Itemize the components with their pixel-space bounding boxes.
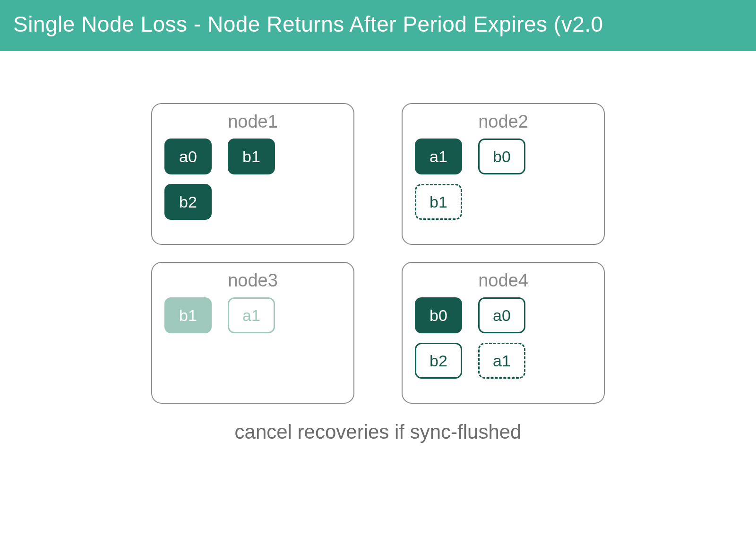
- shard-primary: a0: [164, 139, 212, 174]
- node-title: node1: [164, 112, 341, 132]
- diagram-stage: node1 a0 b1 b2 node2 a1 b0 b1 node3 b1: [0, 51, 756, 443]
- shard-row: b0 a0: [415, 297, 592, 333]
- shard-primary: b1: [228, 139, 275, 174]
- shard-row: b2 a1: [415, 343, 592, 379]
- node-title: node3: [164, 270, 341, 291]
- node-box-node2: node2 a1 b0 b1: [402, 103, 605, 245]
- shard-recovering: a1: [478, 343, 525, 379]
- node-box-node1: node1 a0 b1 b2: [151, 103, 354, 245]
- shard-row: b1: [415, 184, 592, 220]
- shard-stale-primary: b1: [164, 297, 212, 333]
- shard-row: b2: [164, 184, 341, 220]
- shard-recovering: b1: [415, 184, 462, 220]
- shard-replica: b2: [415, 343, 462, 379]
- node-box-node4: node4 b0 a0 b2 a1: [402, 262, 605, 404]
- shard-replica: b0: [478, 139, 525, 174]
- diagram-caption: cancel recoveries if sync-flushed: [0, 421, 756, 443]
- slide-title: Single Node Loss - Node Returns After Pe…: [13, 12, 603, 36]
- shard-row: a0 b1: [164, 139, 341, 174]
- node-title: node4: [415, 270, 592, 291]
- slide-title-banner: Single Node Loss - Node Returns After Pe…: [0, 0, 756, 51]
- shard-stale-replica: a1: [228, 297, 275, 333]
- shard-primary: b2: [164, 184, 212, 220]
- node-box-node3: node3 b1 a1: [151, 262, 354, 404]
- shard-row: b1 a1: [164, 297, 341, 333]
- shard-replica: a0: [478, 297, 525, 333]
- shard-primary: b0: [415, 297, 462, 333]
- node-grid: node1 a0 b1 b2 node2 a1 b0 b1 node3 b1: [151, 103, 605, 404]
- node-title: node2: [415, 112, 592, 132]
- shard-row: a1 b0: [415, 139, 592, 174]
- shard-primary: a1: [415, 139, 462, 174]
